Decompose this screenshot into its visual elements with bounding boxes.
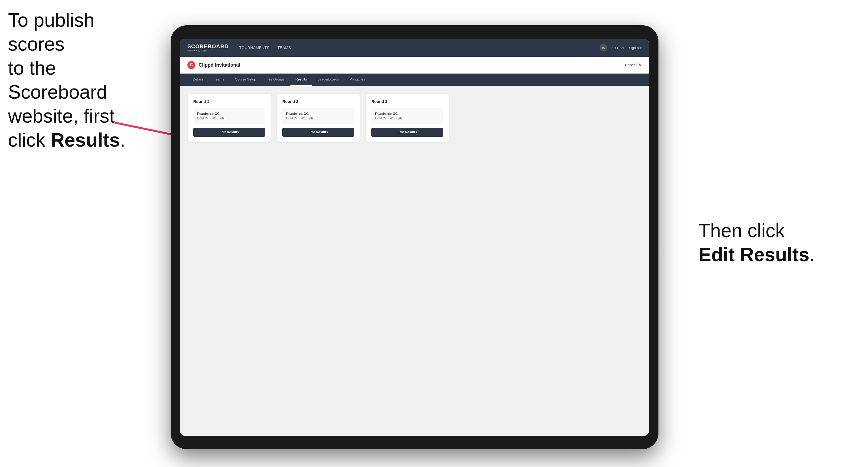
cancel-button[interactable]: Cancel ✕	[625, 62, 642, 68]
instruction-line-1: To publish scores	[8, 9, 94, 55]
nav-links: TOURNAMENTS TEAMS	[239, 45, 599, 50]
instruction-line-2: to the Scoreboard	[8, 57, 107, 103]
tournament-title-row: C Clippd Invitational	[187, 61, 240, 69]
round-2-card: Round 2 Peachtree GC Gold (M) (7010 yds)…	[277, 94, 360, 142]
tablet-device: SCOREBOARD Powered by clippd TOURNAMENTS…	[170, 25, 658, 449]
logo-subtitle: Powered by clippd	[187, 50, 228, 52]
tab-printables[interactable]: Printables	[344, 73, 370, 86]
round-3-course-card: Peachtree GC Gold (M) (7010 yds)	[371, 108, 443, 124]
instruction-edit-results-bold: Edit Results	[699, 244, 809, 265]
tournament-name: Clippd Invitational	[198, 62, 240, 68]
round-3-course-details: Gold (M) (7010 yds)	[375, 117, 440, 120]
main-content: Round 1 Peachtree GC Gold (M) (7010 yds)…	[180, 86, 649, 436]
tab-results[interactable]: Results	[290, 73, 312, 86]
logo-title: SCOREBOARD	[187, 44, 228, 49]
tab-tee-groups[interactable]: Tee Groups	[261, 73, 290, 86]
tournament-icon: C	[187, 61, 195, 69]
tournament-header: C Clippd Invitational Cancel ✕	[180, 57, 649, 73]
round-3-card: Round 3 Peachtree GC Gold (M) (7010 yds)…	[366, 94, 449, 142]
round-2-title: Round 2	[282, 99, 354, 104]
instruction-line-4c: .	[120, 129, 125, 151]
round-2-course-card: Peachtree GC Gold (M) (7010 yds)	[282, 108, 354, 124]
instruction-period: .	[809, 244, 815, 265]
tab-course-setup[interactable]: Course Setup	[229, 73, 261, 86]
instruction-bottom: Then click Edit Results.	[699, 219, 815, 267]
top-nav: SCOREBOARD Powered by clippd TOURNAMENTS…	[180, 39, 649, 57]
round-2-course-details: Gold (M) (7010 yds)	[286, 117, 350, 120]
round-2-edit-results-button[interactable]: Edit Results	[282, 128, 354, 137]
nav-teams[interactable]: TEAMS	[278, 45, 291, 50]
instruction-line-4a: click	[8, 129, 51, 151]
round-1-card: Round 1 Peachtree GC Gold (M) (7010 yds)…	[188, 94, 271, 142]
tab-leaderboards[interactable]: Leaderboards	[312, 73, 344, 86]
tab-details[interactable]: Details	[187, 73, 209, 86]
user-label: Test User |	[610, 46, 626, 50]
instruction-then-click: Then click	[699, 220, 785, 241]
tab-bar: Details Teams Course Setup Tee Groups Re…	[180, 73, 649, 86]
round-1-course-name: Peachtree GC	[197, 112, 261, 116]
round-3-title: Round 3	[371, 99, 443, 104]
round-2-course-name: Peachtree GC	[286, 112, 350, 116]
instruction-line-3: website, first	[8, 105, 115, 127]
rounds-grid: Round 1 Peachtree GC Gold (M) (7010 yds)…	[188, 94, 641, 142]
nav-tournaments[interactable]: TOURNAMENTS	[239, 45, 269, 50]
instruction-results-bold: Results	[51, 129, 120, 151]
instruction-top: To publish scores to the Scoreboard webs…	[8, 8, 147, 152]
scoreboard-logo: SCOREBOARD Powered by clippd	[187, 44, 228, 52]
round-1-course-details: Gold (M) (7010 yds)	[197, 117, 261, 120]
tab-teams[interactable]: Teams	[209, 73, 229, 86]
nav-user: TU Test User | Sign out	[599, 44, 642, 52]
user-avatar: TU	[599, 44, 607, 52]
round-3-course-name: Peachtree GC	[375, 112, 440, 116]
round-1-title: Round 1	[193, 99, 265, 104]
round-1-edit-results-button[interactable]: Edit Results	[193, 128, 265, 137]
sign-out-link[interactable]: Sign out	[629, 46, 642, 50]
tablet-screen: SCOREBOARD Powered by clippd TOURNAMENTS…	[180, 39, 649, 436]
round-3-edit-results-button[interactable]: Edit Results	[371, 128, 443, 137]
round-1-course-card: Peachtree GC Gold (M) (7010 yds)	[193, 108, 265, 124]
